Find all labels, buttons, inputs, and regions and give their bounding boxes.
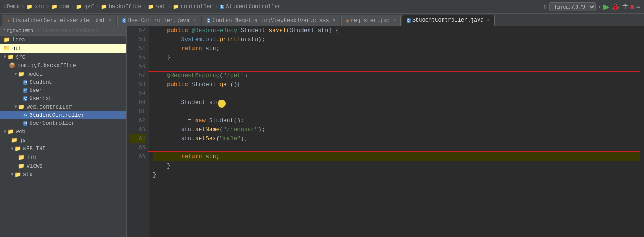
code-editor[interactable]: 52 53 54 55 56 57 ◉ 58 ◉ 59 60 61 62 63 … — [127, 26, 644, 237]
coverage-button[interactable]: ☂ — [622, 2, 628, 11]
code-line-65: } — [153, 161, 640, 170]
ln-64: 64 — [130, 134, 145, 143]
stop-button[interactable]: ■ — [630, 3, 635, 11]
student-controller-icon: C — [220, 5, 224, 9]
sidebar-item-views[interactable]: 📁 views — [0, 162, 126, 170]
sidebar-item-student[interactable]: C Student — [0, 78, 126, 87]
run-button[interactable]: ▶ — [603, 2, 609, 12]
code-lines[interactable]: public @ResponseBody Student saveI(Stude… — [149, 26, 644, 237]
sidebar-item-idea[interactable]: 📁 idea — [0, 36, 126, 44]
folder-icon: 📦 — [9, 62, 16, 69]
ln-59: 59 — [130, 89, 145, 98]
tab-content-negotiating[interactable]: C ContentNegotiatingViewResolver.class × — [202, 15, 340, 26]
item-label: com.gyf.backoffice — [18, 63, 76, 69]
sidebar-item-lib[interactable]: 📁 lib — [0, 153, 126, 162]
ln-60: 60 — [130, 98, 145, 107]
code-content: 52 53 54 55 56 57 ◉ 58 ◉ 59 60 61 62 63 … — [127, 26, 644, 237]
line-64: return stu; — [153, 152, 640, 161]
tab-student-controller[interactable]: C StudentController.java × — [402, 15, 495, 26]
com-folder-icon: 📁 — [51, 4, 58, 9]
code-line-57: @RequestMapping("/get") — [153, 71, 640, 80]
tab-bar: ✦ DispatcherServlet-servlet.xml × C User… — [0, 14, 644, 26]
code-line-59 — [153, 89, 640, 98]
line-61: stu.setName("zhangsan"); — [153, 125, 640, 134]
line-62: stu.setSex("male"); — [153, 134, 640, 143]
gyf-folder-icon: 📁 — [76, 4, 82, 9]
code-line-61: stu.setName("zhangsan"); — [153, 125, 640, 134]
folder-icon: 📁 — [4, 36, 10, 43]
sidebar-item-user[interactable]: C User — [0, 87, 126, 95]
ln-65: 65 ◉ — [130, 143, 145, 152]
code-line-55: } — [153, 53, 640, 62]
line-60: Student stu = new Student(); — [153, 98, 640, 125]
chevron-icon: ▼ — [4, 55, 6, 59]
project-name: ingmvcDemo — [4, 28, 33, 33]
sidebar-item-web[interactable]: ▼ 📁 web — [0, 128, 126, 136]
line-59 — [153, 89, 640, 98]
tab-register-jsp[interactable]: ◉ register.jsp × — [341, 15, 401, 26]
main-content: ingmvcDemo C:\Users\10301\Desktop\ 📁 ide… — [0, 26, 644, 237]
code-line-52: public @ResponseBody Student saveI(Stude… — [153, 26, 640, 35]
sidebar-item-out[interactable]: 📁 out — [0, 44, 126, 53]
sidebar-item-model[interactable]: ▼ 📁 model — [0, 70, 126, 78]
chevron-icon: ▼ — [11, 172, 13, 177]
close-icon[interactable]: × — [109, 18, 112, 23]
ln-55: 55 — [130, 53, 145, 62]
code-line-64: return stu; — [153, 152, 640, 161]
item-label: User — [29, 87, 42, 94]
item-label: web.controller — [27, 104, 72, 110]
tab-label: DispatcherServlet-servlet.xml — [11, 18, 105, 24]
sidebar-item-com-gyf[interactable]: 📦 com.gyf.backoffice — [0, 61, 126, 70]
class-icon: C — [23, 88, 27, 93]
menu-icon: ≡ — [636, 3, 640, 11]
tab-dispatcher-servlet[interactable]: ✦ DispatcherServlet-servlet.xml × — [2, 15, 116, 26]
sidebar-item-student-controller[interactable]: C StudentController — [0, 111, 126, 119]
java-icon: C — [122, 18, 126, 23]
class-icon: C — [23, 96, 27, 101]
cursor-marker — [218, 100, 226, 108]
tomcat-select[interactable]: Tomcat 7.0.79 — [549, 2, 596, 11]
code-line-60: Student stu = new Student(); — [153, 98, 640, 125]
folder-icon: 📁 — [4, 45, 10, 52]
item-label: out — [12, 46, 22, 52]
backoffice-folder-icon: 📁 — [101, 4, 107, 9]
dropdown-icon[interactable]: ▾ — [598, 3, 601, 10]
sidebar-item-src[interactable]: ▼ 📁 src — [0, 53, 126, 61]
class-icon: C — [23, 80, 27, 85]
chevron-icon: ▼ — [4, 129, 6, 134]
sidebar-item-webinf[interactable]: ▼ 📁 WEB-INF — [0, 145, 126, 153]
debug-button[interactable]: 🐞 — [611, 2, 620, 11]
top-bar: cDemo › 📁 src › 📁 com › 📁 gyf › 📁 backof… — [0, 0, 644, 14]
code-line-63 — [153, 143, 640, 152]
sidebar-item-userext[interactable]: C UserExt — [0, 95, 126, 103]
chevron-icon: ▼ — [14, 105, 17, 109]
breadcrumb-app: cDemo — [4, 4, 20, 10]
sidebar: ingmvcDemo C:\Users\10301\Desktop\ 📁 ide… — [0, 26, 127, 237]
line-66: } — [153, 170, 640, 179]
sidebar-item-stu[interactable]: ▼ 📁 stu — [0, 170, 126, 179]
close-icon[interactable]: × — [333, 18, 335, 23]
item-label: idea — [12, 37, 25, 43]
close-icon[interactable]: × — [487, 18, 490, 23]
ln-57: 57 ◉ — [130, 71, 145, 80]
line-55: } — [153, 53, 640, 62]
sidebar-item-js[interactable]: 📁 js — [0, 136, 126, 145]
item-label: web — [16, 129, 26, 135]
sidebar-item-web-controller[interactable]: ▼ 📁 web.controller — [0, 103, 126, 111]
line-53: System.out.println(stu); — [153, 35, 640, 44]
sidebar-item-user-controller[interactable]: C UserController — [0, 119, 126, 128]
breadcrumb-com: com — [59, 4, 69, 10]
java-icon: C — [407, 18, 411, 23]
line-52: public @ResponseBody Student saveI(Stude… — [153, 26, 640, 35]
breadcrumb-gyf: gyf — [84, 4, 94, 10]
line-65: } — [153, 161, 640, 170]
close-icon[interactable]: × — [193, 18, 196, 23]
src-folder-icon: 📁 — [27, 4, 33, 9]
item-label: js — [19, 137, 26, 144]
folder-icon: 📁 — [18, 104, 25, 110]
tab-user-controller[interactable]: C UserController.java × — [117, 15, 201, 26]
java-icon: C — [207, 18, 211, 23]
close-icon[interactable]: × — [393, 18, 396, 23]
ln-62: 62 — [130, 116, 145, 125]
item-label: UserExt — [29, 96, 52, 102]
